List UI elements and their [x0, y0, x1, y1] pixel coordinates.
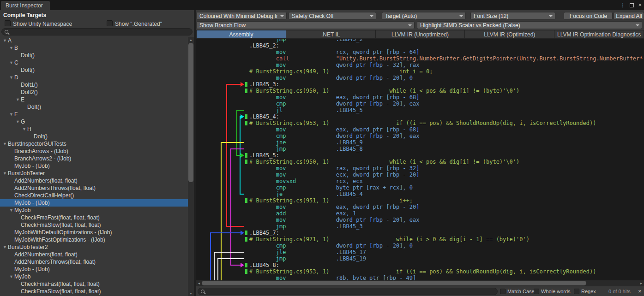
- foldout-triangle-icon[interactable]: ▼: [8, 44, 14, 52]
- tab-net-il[interactable]: .NET IL: [286, 30, 376, 39]
- tree-item-h[interactable]: ▼H: [0, 125, 188, 133]
- scroll-down-icon[interactable]: ▼: [188, 290, 194, 296]
- tree-item-label: MyJobWithDefaultOptimizations - (IJob): [14, 229, 112, 236]
- foldout-triangle-icon[interactable]: ▼: [15, 96, 21, 103]
- tree-indent: [0, 129, 21, 130]
- show-unity-namespace-checkbox[interactable]: [5, 20, 11, 26]
- tab-llvm-ir-optimized[interactable]: LLVM IR (Optimized): [465, 30, 554, 39]
- font-size-dropdown-label: Font Size (12): [474, 13, 547, 19]
- tree-item-d[interactable]: ▼D: [0, 74, 188, 81]
- tree-item-burstjobtester[interactable]: ▼BurstJobTester: [0, 170, 188, 177]
- tree-item-e[interactable]: ▼E: [0, 96, 188, 103]
- font-size-dropdown[interactable]: Font Size (12): [470, 12, 555, 20]
- tree-item-brancharrows2-ijob[interactable]: BranchArrows2 - (IJob): [0, 155, 188, 162]
- foldout-triangle-icon[interactable]: ▼: [8, 74, 14, 81]
- tree-item-add2numbersthrows-float-float[interactable]: Add2NumbersThrows(float, float): [0, 184, 188, 192]
- show-unity-namespace-label: Show Unity Namespace: [13, 21, 72, 27]
- foldout-triangle-icon[interactable]: ▼: [8, 59, 14, 66]
- foldout-triangle-icon[interactable]: ▼: [2, 140, 8, 148]
- tree-item-checkdirectcallhelper[interactable]: CheckDirectCallHelper(): [0, 192, 188, 199]
- tree-item-checkfmafast-float-float-float[interactable]: CheckFmaFast(float, float, float): [0, 280, 188, 288]
- tree-item-f[interactable]: ▼F: [0, 111, 188, 118]
- show-generated-label: Show ".Generated": [115, 21, 162, 27]
- simd-highlight-dropdown-label: Highlight SIMD Scalar vs Packed (False): [420, 22, 633, 29]
- sidebar-scrollbar[interactable]: ▲ ▼: [188, 37, 194, 296]
- assembly-code-view[interactable]: jmp .LBB45_2.LBB45_2: mov rcx, qword ptr…: [196, 39, 644, 280]
- foldout-triangle-icon[interactable]: ▼: [15, 118, 21, 125]
- tree-item-myjobwithdefaultoptimizations-ijob[interactable]: MyJobWithDefaultOptimizations - (IJob): [0, 229, 188, 236]
- branch-arrow-segment: [240, 194, 244, 195]
- scroll-up-icon[interactable]: ▲: [188, 37, 194, 42]
- code-horizontal-scrollbar[interactable]: ◄ ►: [196, 280, 644, 286]
- tree-item-label: CheckFmaSlow(float, float, float): [21, 222, 101, 228]
- foldout-triangle-icon[interactable]: ▼: [2, 243, 8, 251]
- output-tabs: Assembly.NET ILLLVM IR (Unoptimized)LLVM…: [196, 30, 644, 39]
- foldout-triangle-icon[interactable]: ▼: [8, 111, 14, 118]
- whole-words-checkbox[interactable]: [534, 289, 539, 294]
- tree-item-checkfmaslow-float-float-float[interactable]: CheckFmaSlow(float, float, float): [0, 221, 188, 229]
- tree-item-checkfmaslow-float-float-float[interactable]: CheckFmaSlow(float, float, float): [0, 288, 188, 295]
- tree-item-c[interactable]: ▼C: [0, 59, 188, 66]
- tree-item-burstinspectorguitests[interactable]: ▼BurstInspectorGUITests: [0, 140, 188, 148]
- scroll-right-icon[interactable]: ►: [638, 280, 644, 286]
- foldout-triangle-icon[interactable]: ▼: [2, 170, 8, 177]
- tab-assembly[interactable]: Assembly: [196, 30, 286, 39]
- toolbar-spacer: [555, 12, 564, 20]
- tree-item-add2numbers-float-float[interactable]: Add2Numbers(float, float): [0, 251, 188, 258]
- tree-item-checkfmafast-float-float-float[interactable]: CheckFmaFast(float, float, float): [0, 214, 188, 221]
- branch-flow-dropdown[interactable]: Show Branch Flow: [196, 21, 415, 29]
- scroll-left-icon[interactable]: ◄: [196, 280, 202, 286]
- tree-item-g[interactable]: ▼G: [0, 118, 188, 125]
- foldout-triangle-icon[interactable]: ▼: [8, 207, 14, 214]
- foldout-triangle-icon[interactable]: ▼: [2, 37, 8, 44]
- regex-label: Regex: [581, 289, 596, 294]
- tree-item-myjobwithfastoptimizations-ijob[interactable]: MyJobWithFastOptimizations - (IJob): [0, 236, 188, 243]
- tree-item-burstjobtester2[interactable]: ▼BurstJobTester2: [0, 243, 188, 251]
- tree-item-myjob-ijob[interactable]: MyJob - (IJob): [0, 266, 188, 273]
- tree-item-brancharrows-ijob[interactable]: BranchArrows - (IJob): [0, 148, 188, 155]
- tab-burst-inspector[interactable]: Burst Inspector: [1, 1, 50, 10]
- tree-item-add2numbersthrows-float-float[interactable]: Add2NumbersThrows(float, float): [0, 258, 188, 266]
- tab-llvm-ir-optimisation-diagnostics[interactable]: LLVM IR Optimisation Diagnostics: [554, 30, 644, 39]
- find-input[interactable]: [198, 288, 498, 295]
- sidebar-scrollbar-thumb[interactable]: [188, 43, 193, 182]
- tree-item-doit2[interactable]: DoIt2(): [0, 89, 188, 96]
- tree-item-myjob[interactable]: ▼MyJob: [0, 273, 188, 280]
- tree-item-myjob-ijob[interactable]: MyJob - (IJob): [0, 162, 188, 170]
- branch-arrow-head: [241, 263, 244, 267]
- search-icon: [5, 30, 8, 34]
- tree-indent: [0, 100, 15, 100]
- close-find-icon[interactable]: ×: [638, 288, 642, 295]
- close-icon[interactable]: ×: [638, 1, 642, 9]
- menu-icon[interactable]: ⋮: [620, 1, 626, 9]
- tab-llvm-ir-unoptimized[interactable]: LLVM IR (Unoptimized): [376, 30, 465, 39]
- regex-checkbox[interactable]: [574, 289, 579, 294]
- tree-item-myjob[interactable]: ▼MyJob: [0, 207, 188, 214]
- show-generated-checkbox[interactable]: [107, 20, 113, 26]
- maximize-icon[interactable]: [630, 3, 634, 7]
- code-scrollbar-thumb[interactable]: [202, 281, 586, 285]
- simd-highlight-dropdown[interactable]: Highlight SIMD Scalar vs Packed (False): [417, 21, 642, 29]
- tree-item-doit[interactable]: DoIt(): [0, 133, 188, 140]
- focus-on-code-button-label: Focus on Code: [570, 13, 607, 19]
- tree-item-add2numbers-float-float[interactable]: Add2Numbers(float, float): [0, 177, 188, 184]
- branch-arrow-segment: [217, 258, 244, 259]
- tree-item-doit1[interactable]: DoIt1(): [0, 81, 188, 89]
- targets-search-input[interactable]: [1, 28, 193, 36]
- match-case-checkbox[interactable]: [500, 289, 506, 294]
- branch-arrow-segment: [217, 259, 218, 280]
- tree-item-doit[interactable]: DoIt(): [0, 66, 188, 74]
- safety-check-dropdown[interactable]: Safety Check Off: [289, 12, 376, 20]
- tree-item-a[interactable]: ▼A: [0, 37, 188, 44]
- tree-item-myjob-ijob[interactable]: MyJob - (IJob): [0, 199, 188, 207]
- foldout-triangle-icon[interactable]: ▼: [8, 273, 14, 280]
- tree-item-doit[interactable]: DoIt(): [0, 52, 188, 59]
- focus-on-code-button[interactable]: Focus on Code: [564, 12, 613, 20]
- tree-item-doit[interactable]: DoIt(): [0, 103, 188, 111]
- debug-mode-dropdown[interactable]: Coloured With Minimal Debug Information: [196, 12, 287, 20]
- expand-all-button[interactable]: Expand All: [614, 12, 644, 20]
- tree-item-label: MyJobWithFastOptimizations - (IJob): [14, 237, 105, 243]
- foldout-triangle-icon[interactable]: ▼: [21, 125, 27, 133]
- tree-item-b[interactable]: ▼B: [0, 44, 188, 52]
- target-dropdown[interactable]: Target (Auto): [382, 12, 466, 20]
